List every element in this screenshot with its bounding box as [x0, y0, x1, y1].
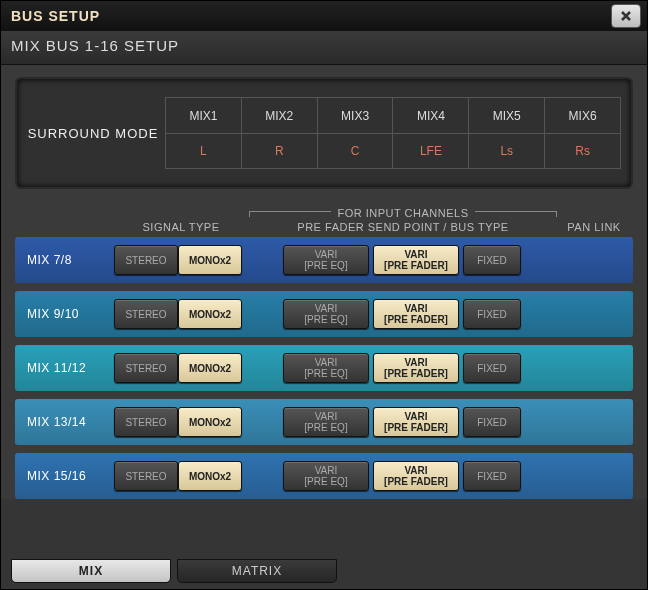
mix-row: MIX 11/12STEREOMONOx2VARI[PRE EQ]VARI[PR… — [15, 345, 633, 391]
vari-pre-fader-button[interactable]: VARI[PRE FADER] — [373, 461, 459, 491]
btn-line1: VARI — [404, 357, 427, 368]
signal-type-group: STEREOMONOx2 — [111, 245, 245, 275]
surround-ch-cell: LFE — [393, 133, 469, 169]
btn-line1: VARI — [315, 465, 338, 476]
btn-line2: [PRE EQ] — [304, 368, 347, 379]
surround-ch-cell: R — [242, 133, 318, 169]
stereo-button[interactable]: STEREO — [114, 245, 178, 275]
signal-type-group: STEREOMONOx2 — [111, 461, 245, 491]
surround-mode-label: SURROUND MODE — [27, 126, 159, 141]
fixed-button[interactable]: FIXED — [463, 299, 521, 329]
mix-row-label: MIX 13/14 — [19, 415, 111, 429]
send-point-group: VARI[PRE EQ]VARI[PRE FADER]FIXED — [245, 245, 559, 275]
header-pan-link: PAN LINK — [557, 221, 631, 233]
bus-setup-window: BUS SETUP MIX BUS 1-16 SETUP SURROUND MO… — [0, 0, 648, 590]
send-point-group: VARI[PRE EQ]VARI[PRE FADER]FIXED — [245, 407, 559, 437]
vari-pre-eq-button[interactable]: VARI[PRE EQ] — [283, 245, 369, 275]
mix-row: MIX 7/8STEREOMONOx2VARI[PRE EQ]VARI[PRE … — [15, 237, 633, 283]
mix-row-label: MIX 7/8 — [19, 253, 111, 267]
vari-pre-eq-button[interactable]: VARI[PRE EQ] — [283, 407, 369, 437]
btn-line2: [PRE EQ] — [304, 260, 347, 271]
vari-pre-fader-button[interactable]: VARI[PRE FADER] — [373, 407, 459, 437]
tab-matrix[interactable]: MATRIX — [177, 559, 337, 583]
column-headers: SIGNAL TYPE FOR INPUT CHANNELS PRE FADER… — [15, 207, 633, 237]
btn-line1: VARI — [315, 357, 338, 368]
btn-line1: VARI — [404, 465, 427, 476]
window-subtitle: MIX BUS 1-16 SETUP — [1, 31, 647, 65]
header-for-input-title: FOR INPUT CHANNELS — [331, 207, 474, 219]
send-point-group: VARI[PRE EQ]VARI[PRE FADER]FIXED — [245, 461, 559, 491]
surround-mode-box: SURROUND MODE MIX1 MIX2 MIX3 MIX4 MIX5 M… — [15, 77, 633, 189]
surround-ch-cell: Ls — [469, 133, 545, 169]
btn-line1: VARI — [404, 303, 427, 314]
mix-row: MIX 13/14STEREOMONOx2VARI[PRE EQ]VARI[PR… — [15, 399, 633, 445]
vari-pre-eq-button[interactable]: VARI[PRE EQ] — [283, 461, 369, 491]
body: SURROUND MODE MIX1 MIX2 MIX3 MIX4 MIX5 M… — [1, 65, 647, 499]
fixed-button[interactable]: FIXED — [463, 353, 521, 383]
vari-pre-fader-button[interactable]: VARI[PRE FADER] — [373, 245, 459, 275]
titlebar: BUS SETUP — [1, 1, 647, 31]
surround-ch-cell: L — [166, 133, 242, 169]
send-point-group: VARI[PRE EQ]VARI[PRE FADER]FIXED — [245, 353, 559, 383]
mono-button[interactable]: MONOx2 — [178, 461, 242, 491]
btn-line2: [PRE FADER] — [384, 314, 448, 325]
mono-button[interactable]: MONOx2 — [178, 353, 242, 383]
stereo-button[interactable]: STEREO — [114, 299, 178, 329]
header-signal-type: SIGNAL TYPE — [113, 221, 249, 233]
header-send-point: PRE FADER SEND POINT / BUS TYPE — [249, 221, 557, 233]
btn-line1: VARI — [315, 249, 338, 260]
surround-mix-cell: MIX1 — [166, 97, 242, 133]
mix-row-label: MIX 9/10 — [19, 307, 111, 321]
surround-mix-cell: MIX6 — [545, 97, 621, 133]
mix-rows: MIX 7/8STEREOMONOx2VARI[PRE EQ]VARI[PRE … — [15, 237, 633, 499]
stereo-button[interactable]: STEREO — [114, 461, 178, 491]
btn-line2: [PRE EQ] — [304, 476, 347, 487]
btn-line2: [PRE FADER] — [384, 476, 448, 487]
btn-line1: VARI — [315, 303, 338, 314]
btn-line2: [PRE EQ] — [304, 422, 347, 433]
window-title: BUS SETUP — [11, 8, 100, 24]
tab-mix[interactable]: MIX — [11, 559, 171, 583]
mono-button[interactable]: MONOx2 — [178, 407, 242, 437]
vari-pre-fader-button[interactable]: VARI[PRE FADER] — [373, 299, 459, 329]
close-button[interactable] — [611, 4, 641, 28]
btn-line2: [PRE FADER] — [384, 368, 448, 379]
mix-row-label: MIX 15/16 — [19, 469, 111, 483]
surround-mix-cell: MIX3 — [318, 97, 394, 133]
mix-row: MIX 9/10STEREOMONOx2VARI[PRE EQ]VARI[PRE… — [15, 291, 633, 337]
fixed-button[interactable]: FIXED — [463, 407, 521, 437]
vari-pre-fader-button[interactable]: VARI[PRE FADER] — [373, 353, 459, 383]
stereo-button[interactable]: STEREO — [114, 353, 178, 383]
surround-ch-cell: C — [318, 133, 394, 169]
mix-row: MIX 15/16STEREOMONOx2VARI[PRE EQ]VARI[PR… — [15, 453, 633, 499]
surround-ch-cell: Rs — [545, 133, 621, 169]
surround-mix-cell: MIX5 — [469, 97, 545, 133]
mono-button[interactable]: MONOx2 — [178, 299, 242, 329]
signal-type-group: STEREOMONOx2 — [111, 353, 245, 383]
btn-line1: VARI — [404, 411, 427, 422]
header-for-input: FOR INPUT CHANNELS PRE FADER SEND POINT … — [249, 207, 557, 233]
surround-mix-cell: MIX4 — [393, 97, 469, 133]
mix-row-label: MIX 11/12 — [19, 361, 111, 375]
btn-line2: [PRE FADER] — [384, 260, 448, 271]
send-point-group: VARI[PRE EQ]VARI[PRE FADER]FIXED — [245, 299, 559, 329]
surround-channel-row: L R C LFE Ls Rs — [166, 133, 621, 169]
surround-mix-row: MIX1 MIX2 MIX3 MIX4 MIX5 MIX6 — [166, 97, 621, 133]
vari-pre-eq-button[interactable]: VARI[PRE EQ] — [283, 299, 369, 329]
mono-button[interactable]: MONOx2 — [178, 245, 242, 275]
btn-line1: VARI — [404, 249, 427, 260]
fixed-button[interactable]: FIXED — [463, 245, 521, 275]
fixed-button[interactable]: FIXED — [463, 461, 521, 491]
stereo-button[interactable]: STEREO — [114, 407, 178, 437]
surround-grid: MIX1 MIX2 MIX3 MIX4 MIX5 MIX6 L R C LFE … — [165, 97, 621, 169]
btn-line2: [PRE FADER] — [384, 422, 448, 433]
signal-type-group: STEREOMONOx2 — [111, 407, 245, 437]
close-icon — [620, 10, 632, 22]
surround-mix-cell: MIX2 — [242, 97, 318, 133]
signal-type-group: STEREOMONOx2 — [111, 299, 245, 329]
vari-pre-eq-button[interactable]: VARI[PRE EQ] — [283, 353, 369, 383]
bottom-tabs: MIX MATRIX — [11, 559, 337, 583]
btn-line1: VARI — [315, 411, 338, 422]
btn-line2: [PRE EQ] — [304, 314, 347, 325]
